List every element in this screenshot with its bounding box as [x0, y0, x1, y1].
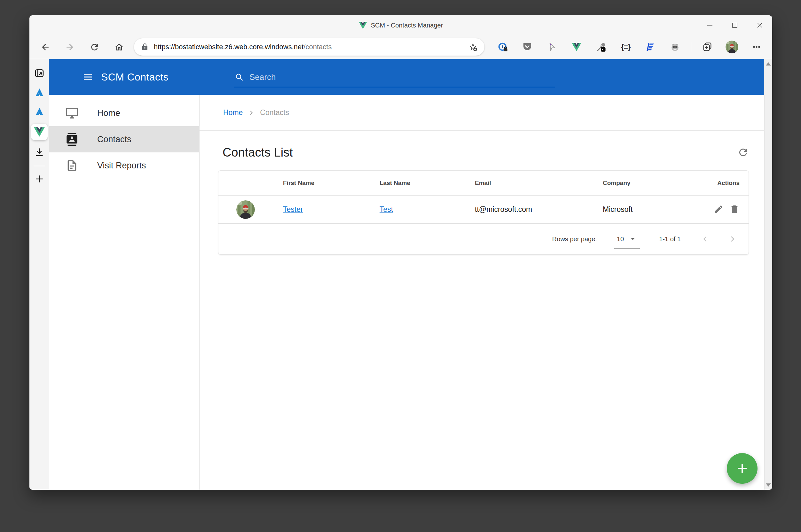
vue-logo-icon [34, 127, 45, 137]
refresh-list-button[interactable] [736, 145, 750, 159]
content-header: Contacts List [200, 145, 764, 159]
close-icon [757, 22, 763, 28]
contact-card-icon [66, 133, 78, 146]
contacts-table-card: First Name Last Name Email Company Actio… [218, 170, 749, 255]
browser-profile-button[interactable] [723, 38, 741, 56]
profile-avatar [726, 41, 738, 53]
breadcrumb: Home Contacts [200, 95, 764, 131]
sidebar-add-button[interactable] [32, 172, 47, 186]
refresh-icon [738, 147, 749, 158]
maximize-button[interactable] [722, 15, 747, 35]
home-icon [114, 42, 124, 52]
json-viewer-icon: {≡} [621, 43, 630, 52]
raccoon-extension-button[interactable] [667, 38, 684, 56]
rows-per-page-select[interactable]: 10 [616, 235, 638, 243]
star-plus-icon [469, 42, 477, 52]
contact-email-cell: tt@microsoft.com [465, 205, 593, 214]
window-controls [697, 15, 772, 35]
search-icon [235, 73, 244, 82]
vue-devtools-extension-button[interactable] [568, 38, 585, 56]
nav-item-home[interactable]: Home [49, 100, 199, 126]
add-favorite-button[interactable] [467, 41, 479, 53]
contact-actions-cell [689, 204, 749, 215]
contact-last-name-cell: Test [369, 205, 465, 214]
editor-extension-button[interactable] [642, 38, 659, 56]
edit-contact-button[interactable] [713, 204, 724, 215]
delete-contact-button[interactable] [729, 204, 740, 215]
azure-icon [34, 87, 44, 97]
pencil-icon [713, 204, 724, 214]
pocket-extension-button[interactable] [518, 38, 536, 56]
next-page-button[interactable] [726, 232, 740, 246]
minimize-button[interactable] [697, 15, 722, 35]
monitor-icon [66, 107, 78, 119]
scroll-up-arrow-icon[interactable] [766, 62, 771, 65]
reload-button[interactable] [85, 38, 103, 56]
app-header: SCM Contacts [49, 59, 764, 95]
plus-icon [34, 174, 44, 184]
forward-button[interactable] [61, 38, 79, 56]
nav-menu-button[interactable] [81, 70, 95, 84]
sidebar-azure-app-button-2[interactable] [32, 104, 47, 118]
color-picker-extension-button[interactable] [593, 38, 610, 56]
url-path: /contacts [304, 43, 332, 51]
editor-pen-icon [645, 42, 656, 52]
browser-menu-button[interactable] [748, 38, 765, 56]
add-contact-fab[interactable] [727, 453, 758, 484]
window-title-group: SCM - Contacts Manager [30, 15, 772, 35]
cursor-extension-button[interactable] [543, 38, 561, 56]
app-title: SCM Contacts [101, 71, 168, 83]
nav-item-label: Visit Reports [97, 161, 146, 171]
page-body: Home Contacts Visit Reports [49, 95, 764, 490]
forward-icon [65, 42, 75, 52]
password-manager-extension-button[interactable] [494, 38, 511, 56]
browser-toolbar: https://bostaticwebsite.z6.web.core.wind… [30, 35, 772, 59]
page-scrollbar[interactable] [764, 59, 772, 490]
table-header-last-name: Last Name [369, 179, 465, 187]
sidebar-vue-app-button-active[interactable] [31, 124, 48, 140]
address-bar[interactable]: https://bostaticwebsite.z6.web.core.wind… [134, 38, 485, 56]
lock-icon [141, 43, 149, 51]
browser-window: SCM - Contacts Manager [30, 15, 772, 490]
table-header-email: Email [465, 179, 593, 187]
json-viewer-extension-button[interactable]: {≡} [617, 38, 634, 56]
url-host: https://bostaticwebsite.z6.web.core.wind… [154, 43, 304, 51]
collections-button[interactable] [699, 38, 716, 56]
scroll-down-arrow-icon[interactable] [766, 483, 771, 487]
contact-avatar [236, 200, 255, 219]
contact-avatar-cell [218, 200, 273, 219]
url-text: https://bostaticwebsite.z6.web.core.wind… [154, 43, 467, 51]
sidebar-azure-app-button[interactable] [32, 85, 47, 99]
browser-titlebar: SCM - Contacts Manager [30, 15, 772, 35]
cursor-arrow-icon [547, 42, 557, 52]
nav-item-contacts[interactable]: Contacts [49, 126, 199, 152]
table-pagination: Rows per page: 10 1-1 of 1 [218, 224, 749, 254]
breadcrumb-home-link[interactable]: Home [223, 108, 243, 117]
sidebar-launch-button[interactable] [32, 66, 47, 80]
nav-item-visit-reports[interactable]: Visit Reports [49, 152, 199, 178]
close-button[interactable] [747, 15, 772, 35]
toolbar-separator [691, 41, 691, 52]
more-options-icon [751, 42, 762, 52]
extensions-row: {≡} [494, 38, 765, 56]
breadcrumb-chevron-icon [247, 109, 255, 117]
collections-icon [702, 42, 712, 52]
raccoon-icon [670, 42, 680, 52]
download-icon [34, 147, 44, 157]
main-content: Home Contacts Contacts List [200, 95, 764, 490]
contact-first-name-link[interactable]: Tester [283, 205, 303, 213]
contact-last-name-link[interactable]: Test [380, 205, 393, 213]
sidebar-downloads-button[interactable] [32, 145, 47, 159]
pocket-shield-icon [522, 42, 532, 52]
rows-per-page-label: Rows per page: [552, 235, 597, 243]
previous-page-button[interactable] [698, 232, 712, 246]
caret-down-icon [629, 235, 637, 243]
reload-icon [90, 42, 99, 52]
minimize-icon [707, 22, 713, 28]
vue-favicon [359, 22, 367, 29]
home-button[interactable] [110, 38, 128, 56]
contact-company-cell: Microsoft [593, 205, 689, 214]
search-input[interactable] [250, 72, 555, 82]
back-button[interactable] [36, 38, 54, 56]
hamburger-icon [83, 72, 93, 82]
